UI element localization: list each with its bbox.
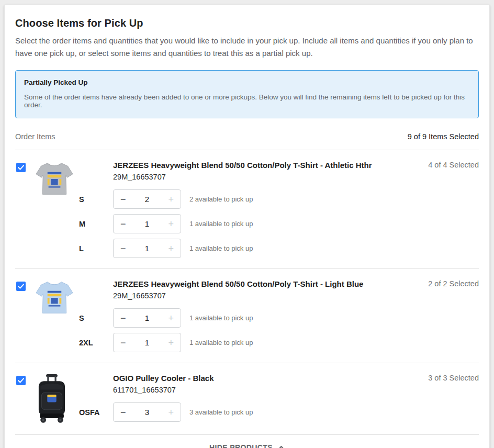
decrease-quantity-button[interactable]: − xyxy=(120,195,126,204)
quantity-value: 1 xyxy=(145,338,149,347)
increase-quantity-button[interactable]: + xyxy=(168,219,174,229)
size-label: M xyxy=(79,220,113,228)
product-header: JERZEES Heavyweight Blend 50/50 Cotton/P… xyxy=(79,279,479,300)
product-title: JERZEES Heavyweight Blend 50/50 Cotton/P… xyxy=(113,279,420,288)
size-row: L − 1 + 1 available to pick up xyxy=(79,239,479,258)
product-selected-count: 2 of 2 Selected xyxy=(428,279,479,288)
product-header: JERZEES Heavyweight Blend 50/50 Cotton/P… xyxy=(79,161,479,181)
size-label: S xyxy=(79,195,113,204)
increase-quantity-button[interactable]: + xyxy=(168,244,174,253)
size-label: S xyxy=(79,314,113,322)
light-blue-tshirt-image xyxy=(35,279,74,316)
availability-text: 3 available to pick up xyxy=(189,408,253,416)
choose-items-card: Choose Items for Pick Up Select the orde… xyxy=(4,4,490,448)
hide-products-button[interactable]: HIDE PRODUCTS xyxy=(15,435,479,448)
size-row: OSFA − 3 + 3 available to pick up xyxy=(79,402,479,422)
quantity-stepper: − 2 + xyxy=(113,189,181,209)
banner-body: Some of the order items have already bee… xyxy=(24,93,470,109)
quantity-value: 1 xyxy=(145,219,149,228)
black-cooler-image xyxy=(35,374,69,424)
product-sku: 29M_16653707 xyxy=(113,292,420,300)
product-content: JERZEES Heavyweight Blend 50/50 Cotton/P… xyxy=(79,279,479,352)
product-title: JERZEES Heavyweight Blend 50/50 Cotton/P… xyxy=(113,161,420,170)
items-selected-summary: 9 of 9 Items Selected xyxy=(408,132,479,141)
checkmark-icon xyxy=(18,284,24,289)
product-image-gray-tshirt xyxy=(35,161,79,197)
size-label: OSFA xyxy=(79,408,113,417)
quantity-stepper: − 1 + xyxy=(113,333,181,352)
product-row-athletic-hthr-tshirt: JERZEES Heavyweight Blend 50/50 Cotton/P… xyxy=(15,150,479,268)
page-description: Select the order items and quantities th… xyxy=(15,35,479,60)
checkbox-column xyxy=(16,374,35,385)
product-selected-count: 3 of 3 Selected xyxy=(428,374,479,382)
quantity-stepper: − 1 + xyxy=(113,214,181,233)
page-title: Choose Items for Pick Up xyxy=(15,17,479,29)
gray-tshirt-image xyxy=(35,161,74,197)
chevron-up-icon xyxy=(278,445,285,448)
quantity-value: 1 xyxy=(145,244,149,253)
product-titles: JERZEES Heavyweight Blend 50/50 Cotton/P… xyxy=(113,279,420,300)
product-sku: 29M_16653707 xyxy=(113,173,420,181)
product-row-pulley-cooler: OGIO Pulley Cooler - Black 611701_166537… xyxy=(15,363,479,434)
product-row-light-blue-tshirt: JERZEES Heavyweight Blend 50/50 Cotton/P… xyxy=(15,269,479,363)
availability-text: 1 available to pick up xyxy=(189,220,253,228)
size-row: M − 1 + 1 available to pick up xyxy=(79,214,479,233)
decrease-quantity-button[interactable]: − xyxy=(120,244,126,253)
increase-quantity-button[interactable]: + xyxy=(168,408,174,417)
checkbox-column xyxy=(16,161,35,172)
product-sku: 611701_16653707 xyxy=(113,386,420,394)
product-image-light-blue-tshirt xyxy=(35,279,79,316)
product-checkbox[interactable] xyxy=(16,163,26,172)
increase-quantity-button[interactable]: + xyxy=(168,338,174,348)
quantity-stepper: − 1 + xyxy=(113,239,181,258)
product-header: OGIO Pulley Cooler - Black 611701_166537… xyxy=(79,374,479,394)
order-items-label: Order Items xyxy=(15,132,55,141)
checkmark-icon xyxy=(18,165,24,170)
product-title: OGIO Pulley Cooler - Black xyxy=(113,374,420,383)
product-titles: OGIO Pulley Cooler - Black 611701_166537… xyxy=(113,374,420,394)
product-checkbox[interactable] xyxy=(16,282,26,291)
quantity-stepper: − 3 + xyxy=(113,402,181,422)
product-checkbox[interactable] xyxy=(16,376,26,385)
product-content: JERZEES Heavyweight Blend 50/50 Cotton/P… xyxy=(79,161,479,258)
availability-text: 2 available to pick up xyxy=(189,195,253,203)
size-row: 2XL − 1 + 1 available to pick up xyxy=(79,333,479,352)
size-label: 2XL xyxy=(79,339,113,347)
banner-title: Partially Picked Up xyxy=(24,79,470,86)
order-items-header-row: Order Items 9 of 9 Items Selected xyxy=(15,132,479,141)
quantity-value: 1 xyxy=(145,313,149,322)
size-label: L xyxy=(79,244,113,253)
quantity-stepper: − 1 + xyxy=(113,308,181,328)
checkmark-icon xyxy=(18,378,24,383)
availability-text: 1 available to pick up xyxy=(189,339,253,346)
availability-text: 1 available to pick up xyxy=(189,244,253,252)
availability-text: 1 available to pick up xyxy=(189,314,253,322)
partially-picked-up-banner: Partially Picked Up Some of the order it… xyxy=(15,70,479,118)
decrease-quantity-button[interactable]: − xyxy=(120,408,126,417)
decrease-quantity-button[interactable]: − xyxy=(120,338,126,348)
product-titles: JERZEES Heavyweight Blend 50/50 Cotton/P… xyxy=(113,161,420,181)
product-selected-count: 4 of 4 Selected xyxy=(428,161,479,169)
hide-products-label: HIDE PRODUCTS xyxy=(209,443,273,448)
product-content: OGIO Pulley Cooler - Black 611701_166537… xyxy=(79,374,479,422)
increase-quantity-button[interactable]: + xyxy=(168,313,174,323)
size-row: S − 2 + 2 available to pick up xyxy=(79,189,479,209)
quantity-value: 2 xyxy=(145,195,149,204)
checkbox-column xyxy=(16,279,35,291)
size-row: S − 1 + 1 available to pick up xyxy=(79,308,479,328)
product-image-black-cooler xyxy=(35,374,79,424)
decrease-quantity-button[interactable]: − xyxy=(120,313,126,323)
quantity-value: 3 xyxy=(145,408,149,417)
increase-quantity-button[interactable]: + xyxy=(168,195,174,204)
decrease-quantity-button[interactable]: − xyxy=(120,219,126,229)
